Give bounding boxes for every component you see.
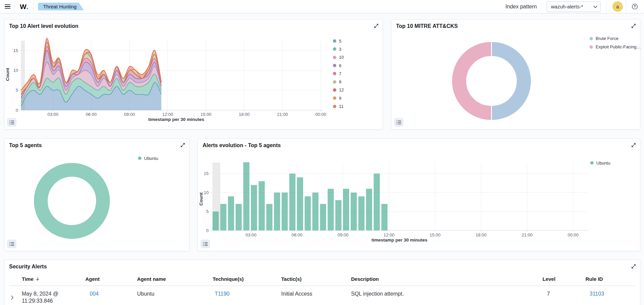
x-tick-label: 03:00 [246,232,257,237]
list-icon [203,242,208,247]
legend-dot [590,161,594,165]
chevron-down-icon [593,6,597,8]
bar [282,192,288,230]
bar [289,174,295,230]
legend-label: 7 [339,71,341,76]
legend-toggle-button[interactable] [394,118,403,127]
legend-item[interactable]: 9 [333,94,344,102]
donut-slice [492,49,524,113]
legend-dot [333,72,336,75]
y-axis-title: Count [5,68,10,81]
bar [297,177,303,230]
technique-link[interactable]: T1190 [215,291,229,297]
bar [220,204,226,230]
donut-slice [41,170,103,232]
donut-slice [459,49,491,113]
legend-item[interactable]: Ubuntu [138,154,158,162]
user-avatar[interactable]: a [612,1,623,12]
legend-toggle-button[interactable] [7,239,16,248]
bar [259,181,265,230]
header-agent-name[interactable]: Agent name [137,276,213,282]
legend-toggle-button[interactable] [201,239,210,248]
bar [228,197,234,231]
legend-dot [333,56,336,59]
legend-item[interactable]: Ubuntu [590,159,610,167]
index-pattern-select[interactable]: wazuh-alerts-* [547,1,601,12]
list-icon [9,242,14,247]
legend-toggle-button[interactable] [7,118,16,127]
chart-legend: Brute ForceExploit Public-Facing… [590,34,641,51]
rule-id-link[interactable]: 31103 [590,291,604,297]
chevron-right-icon [11,295,14,300]
header-rule-id[interactable]: Rule ID [586,276,635,282]
header-tactics[interactable]: Tactic(s) [281,276,351,282]
breadcrumb-threat-hunting[interactable]: Threat Hunting [38,3,84,10]
legend-dot [333,96,336,100]
header-time[interactable]: Time [22,276,85,282]
x-tick-label: 00:00 [568,232,579,237]
header-techniques[interactable]: Technique(s) [213,276,281,282]
expand-panel-button[interactable] [179,141,187,149]
area-chart: 03:0006:0009:0012:0015:0018:0021:0000:00… [4,19,383,130]
legend-item[interactable]: 5 [333,37,344,45]
row-expand-button[interactable] [10,292,14,304]
legend-item[interactable]: 3 [333,45,344,53]
agents-donut-chart [4,139,190,252]
chart-legend: 531067812911 [333,37,344,111]
index-pattern-label: Index pattern [506,4,537,10]
x-tick-label: 06:00 [292,232,303,237]
legend-item[interactable]: Exploit Public-Facing… [590,43,641,51]
svg-text:?: ? [634,5,636,8]
legend-dot [590,45,593,49]
chart-legend: Ubuntu [138,154,158,162]
expand-icon [631,142,636,148]
header-agent[interactable]: Agent [85,276,137,282]
legend-item[interactable]: 8 [333,78,344,86]
help-button[interactable]: ? [629,1,640,12]
legend-label: Ubuntu [596,161,610,166]
legend-label: 11 [339,104,344,109]
legend-item[interactable]: 10 [333,53,344,61]
x-tick-label: 06:00 [86,112,97,117]
logo-text: W [20,3,26,10]
agent-link[interactable]: 004 [90,291,99,297]
bar [243,162,249,230]
x-tick-label: 18:00 [239,112,250,117]
legend-item[interactable]: Brute Force [590,34,641,43]
panel-title: Top 10 Alert level evolution [9,23,78,29]
legend-dot [138,157,141,160]
header-level[interactable]: Level [543,276,586,282]
x-tick-label: 15:00 [430,232,441,237]
legend-dot [333,88,336,92]
expand-panel-button[interactable] [630,22,638,30]
legend-item[interactable]: 6 [333,61,344,70]
y-tick-label: 0 [16,108,18,113]
menu-hamburger-button[interactable] [0,0,15,13]
wazuh-logo[interactable]: W. [20,3,29,11]
cell-level: 7 [543,290,586,304]
y-tick-label: 15 [13,48,18,53]
bar [305,197,311,231]
nav-divider [626,0,626,13]
legend-item[interactable]: 12 [333,86,344,94]
y-tick-label: 10 [13,68,18,73]
legend-label: 3 [339,47,341,52]
x-tick-label: 15:00 [201,112,212,117]
cell-rule-id: 31103 [586,290,635,304]
list-icon [9,120,14,125]
x-tick-label: 09:00 [124,112,135,117]
bar [335,200,341,230]
expand-panel-button[interactable] [630,262,638,270]
x-tick-label: 09:00 [338,232,349,237]
y-tick-label: 0 [206,228,209,233]
expand-panel-button[interactable] [372,22,380,30]
legend-item[interactable]: 7 [333,70,344,78]
legend-item[interactable]: 11 [333,102,344,110]
expand-icon [180,142,185,148]
index-pattern-value: wazuh-alerts-* [551,4,583,9]
cell-agent-name: Ubuntu [137,290,213,304]
legend-dot [333,39,336,43]
header-description[interactable]: Description [351,276,543,282]
expand-panel-button[interactable] [630,141,638,149]
bar [343,189,349,230]
